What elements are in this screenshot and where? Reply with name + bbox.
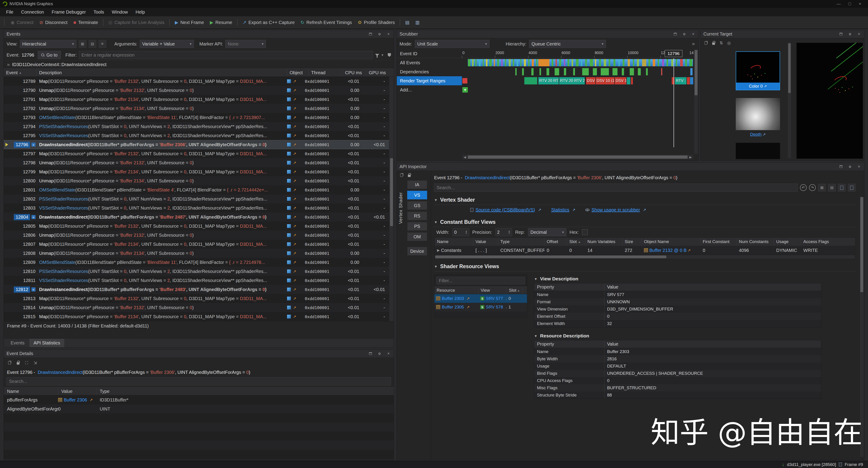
panel-pin-icon[interactable] (847, 164, 852, 169)
cbv-column-size[interactable]: Size (622, 238, 642, 246)
event-row[interactable]: 12803VSSetShaderResources(UINT StartSlot… (4, 203, 390, 212)
export-as-c-capture-button[interactable]: ↗Export as C++ Capture (240, 18, 298, 27)
cbv-column-name[interactable]: Name (435, 238, 473, 246)
scrubber-segment[interactable] (676, 59, 677, 66)
menu-help[interactable]: Help (132, 8, 149, 16)
toolbar-grip[interactable] (4, 19, 6, 26)
scrubber-segment[interactable] (638, 68, 641, 76)
column-header-object[interactable]: Object (287, 69, 309, 77)
current-target-titlebar[interactable]: Current Target × (701, 30, 864, 38)
tag-icon[interactable] (388, 53, 391, 57)
stage-tab-rs[interactable]: RS (407, 212, 427, 220)
object-link-icon[interactable] (287, 115, 291, 119)
event-row[interactable]: 12815Map(ID3D11Resource* pResource = 'Bu… (4, 312, 390, 321)
lane-track[interactable] (462, 58, 693, 67)
scroll-left-icon[interactable]: ◀ (462, 155, 467, 159)
scrubber-segment[interactable] (555, 68, 559, 76)
panel-float-icon[interactable] (838, 32, 843, 37)
object-link-icon[interactable] (287, 296, 291, 300)
lane-track[interactable]: RTV 20 RTRTV 20 RTV 22 (DSVDSV 10 (1:DSV… (462, 76, 693, 85)
object-link-icon[interactable] (287, 215, 291, 219)
scrubber-segment[interactable] (642, 59, 646, 66)
next-target-thumbnail[interactable] (736, 143, 780, 159)
stage-tab-device[interactable]: Device (407, 247, 427, 256)
scrubber-segment[interactable] (618, 59, 620, 66)
scrubber-segment[interactable] (601, 68, 609, 76)
cbv-buffer-link[interactable]: Buffer 2132 @ 0 B (649, 248, 686, 253)
event-row[interactable]: 12794PSSetShaderResources(UINT StartSlot… (4, 122, 390, 131)
scrubber-segment[interactable] (599, 59, 601, 66)
scrubber-segment[interactable] (630, 68, 634, 76)
scrubber-segment[interactable] (609, 59, 610, 66)
refresh-event-timings-button[interactable]: ↻Refresh Event Timings (298, 18, 355, 27)
scrubber-segment[interactable] (513, 59, 514, 66)
object-link-icon[interactable] (287, 287, 291, 291)
swap-icon[interactable]: ⇅ (719, 40, 724, 46)
prev-icon[interactable]: ↶ (800, 184, 807, 191)
scrubber-segment[interactable] (582, 68, 589, 76)
add-range-button[interactable]: + (462, 87, 468, 93)
event-details-titlebar[interactable]: Event Details × (4, 350, 394, 358)
srv-section-header[interactable]: ▼ Shader Resource Views (434, 262, 856, 271)
object-link-icon[interactable] (287, 152, 291, 156)
object-cell[interactable]: ↗ (283, 242, 305, 247)
object-cell[interactable]: ↗ (283, 224, 305, 229)
cbv-column-value[interactable]: Value (473, 238, 498, 246)
detail-row[interactable]: pBufferForArgsBuffer 2306↗ID3D11Buffer* (4, 396, 394, 404)
scrubber-segment[interactable] (520, 59, 521, 66)
srv-view[interactable]: SSRV 577↗ (478, 296, 507, 301)
hex-checkbox[interactable] (582, 229, 588, 235)
scrubber-ruler[interactable]: Event ID 0200040006000800010000120001400… (397, 50, 693, 58)
cbv-column-object-name[interactable]: Object Name (642, 238, 701, 246)
chevron-down-icon[interactable]: ▾ (381, 53, 383, 57)
scrubber-segment[interactable] (494, 59, 495, 66)
object-cell[interactable]: ↗ (283, 215, 305, 220)
scrubber-segment[interactable] (547, 68, 549, 76)
panel-pin-icon[interactable] (847, 32, 852, 37)
object-link-icon[interactable] (287, 315, 291, 319)
object-cell[interactable]: ↗ (283, 197, 305, 201)
object-link-icon[interactable] (287, 224, 291, 228)
object-cell[interactable]: ↗ (283, 251, 305, 256)
perf-marker-icon[interactable]: + (31, 215, 35, 219)
cbv-column-usage[interactable]: Usage (774, 238, 801, 246)
event-row[interactable]: 12814Unmap(ID3D11Resource* pResource = '… (4, 303, 390, 312)
scrubber-segment[interactable] (593, 68, 597, 76)
scrubber-segment[interactable] (623, 59, 624, 66)
cbv-column-first-constant[interactable]: First Constant (701, 238, 737, 246)
shader-doc-button[interactable]: ▤ (402, 18, 412, 27)
scrubber-segment[interactable] (515, 68, 517, 76)
panel-float-icon[interactable] (368, 32, 373, 37)
object-link-icon[interactable] (287, 79, 291, 83)
event-row[interactable]: 12791Map(ID3D11Resource* pResource = 'Bu… (4, 95, 390, 104)
scrubber-segment[interactable] (671, 59, 673, 66)
object-cell[interactable]: ↗ (283, 314, 305, 319)
collapse-sections-icon[interactable]: ⊟ (828, 184, 836, 192)
srv-column-resource[interactable]: Resource (434, 287, 478, 294)
tab-events[interactable]: Events (6, 339, 29, 347)
resize-icon[interactable]: ⇲ (33, 360, 38, 365)
scrubber-segment[interactable] (646, 68, 648, 76)
scrubber-segment[interactable] (690, 68, 692, 76)
scrubber-segment[interactable] (571, 59, 573, 66)
shader-doc2-button[interactable]: ▥ (412, 18, 423, 27)
events-scrollbar[interactable] (389, 77, 394, 321)
object-cell[interactable]: ↗ (283, 233, 305, 238)
event-row[interactable]: 12807Map(ID3D11Resource* pResource = 'Bu… (4, 240, 390, 249)
mode-select[interactable]: Unit Scale▾ (415, 40, 490, 48)
panel-float-icon[interactable] (838, 164, 843, 169)
panel-close-icon[interactable]: × (386, 351, 391, 356)
menu-window[interactable]: Window (108, 8, 132, 16)
event-row[interactable]: 12810PSSetShaderResources(UINT StartSlot… (4, 267, 390, 276)
scrubber-segment[interactable] (564, 68, 566, 76)
cbv-column-num-variables[interactable]: Num Variables (585, 238, 622, 246)
scrubber-segment[interactable] (524, 77, 537, 84)
stage-tab-om[interactable]: OM (407, 232, 427, 241)
srv-column-view[interactable]: View (478, 287, 507, 294)
event-row[interactable]: 12804+DrawInstancedIndirect(ID3D11Buffer… (4, 212, 390, 222)
scrubber-segment[interactable] (581, 59, 582, 66)
object-cell[interactable]: ↗ (283, 133, 305, 138)
detail-row[interactable]: AlignedByteOffsetForArgs0UINT (4, 404, 394, 413)
collapse-all-button[interactable]: ⊟ (89, 40, 96, 48)
breadcrumb[interactable]: » ID3D11DeviceContext4::DrawInstancedInd… (4, 60, 394, 68)
